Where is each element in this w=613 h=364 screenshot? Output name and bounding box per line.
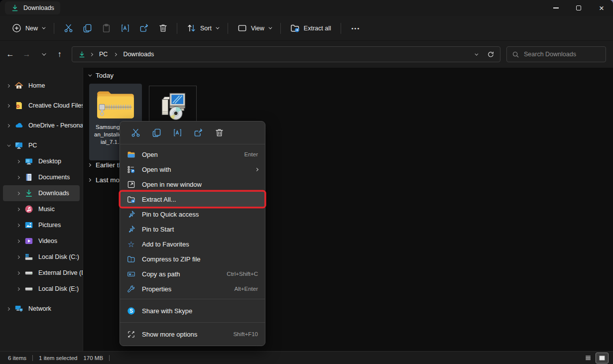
- menu-item-label: Open in new window: [142, 181, 202, 188]
- copy-button[interactable]: [78, 20, 97, 37]
- file-explorer-window: Downloads × New Sort View: [0, 0, 613, 364]
- extract-all-button[interactable]: Extract all: [285, 20, 336, 36]
- menu-item-label: Pin to Quick access: [142, 211, 199, 218]
- menu-item-open-with[interactable]: Open with: [121, 162, 264, 177]
- chevron-right-icon[interactable]: [16, 271, 20, 274]
- breadcrumb-downloads[interactable]: Downloads: [121, 49, 156, 59]
- submenu-chevron-icon: [255, 167, 258, 171]
- sidebar-item-pc[interactable]: PC: [3, 137, 80, 153]
- rename-button[interactable]: [168, 124, 187, 141]
- up-button[interactable]: ↑: [51, 46, 68, 62]
- sidebar-item-local-disk-e[interactable]: Local Disk (E:): [3, 281, 80, 297]
- close-button[interactable]: ×: [590, 0, 613, 16]
- disk-c-icon: [24, 252, 33, 261]
- sidebar-item-home[interactable]: Home: [3, 78, 80, 94]
- chevron-right-icon[interactable]: [88, 178, 91, 182]
- cut-button[interactable]: [59, 20, 78, 37]
- sidebar-item-downloads[interactable]: Downloads: [3, 185, 80, 201]
- selection-size: 170 MB: [83, 355, 103, 361]
- chevron-right-icon[interactable]: [16, 159, 20, 163]
- breadcrumb-pc[interactable]: PC: [97, 49, 110, 59]
- address-row: ← → ↑ PC Downloads: [0, 41, 613, 68]
- recent-locations-button[interactable]: [35, 46, 51, 62]
- group-header-last[interactable]: Last mor: [88, 176, 122, 184]
- chevron-right-icon[interactable]: [16, 239, 20, 243]
- toolbar-separator: [54, 23, 54, 34]
- cut-button[interactable]: [126, 124, 145, 141]
- sidebar-item-local-disk-c[interactable]: Local Disk (C:): [3, 249, 80, 265]
- search-input[interactable]: [524, 51, 601, 58]
- menu-item-label: Add to Favorites: [142, 241, 189, 248]
- chevron-right-icon[interactable]: [16, 255, 20, 258]
- large-icons-view-button[interactable]: [596, 353, 608, 363]
- chevron-right-icon[interactable]: [88, 163, 91, 167]
- group-header-earlier[interactable]: Earlier th: [88, 161, 123, 169]
- details-view-button[interactable]: [582, 353, 594, 363]
- rename-icon: [173, 128, 182, 137]
- minimize-button[interactable]: [544, 0, 567, 16]
- copy-button[interactable]: [147, 124, 166, 141]
- group-header-today[interactable]: Today: [88, 72, 114, 79]
- toolbar-separator: [341, 23, 341, 34]
- menu-item-add-to-favorites[interactable]: ☆ Add to Favorites: [121, 237, 264, 251]
- sidebar-item-label: Videos: [38, 238, 57, 244]
- menu-item-extract-all[interactable]: Extract All...: [121, 192, 264, 207]
- menu-item-pin-to-start[interactable]: Pin to Start: [121, 222, 264, 237]
- menu-item-show-more-options[interactable]: Show more options Shift+F10: [121, 325, 264, 343]
- documents-icon: [24, 173, 33, 182]
- menu-item-open[interactable]: Open Enter: [121, 147, 264, 162]
- sidebar-item-external-drive-d[interactable]: External Drive (D:): [3, 265, 80, 281]
- menu-item-copy-as-path[interactable]: Copy as path Ctrl+Shift+C: [121, 266, 264, 281]
- address-dropdown-button[interactable]: [468, 47, 483, 61]
- sidebar-item-documents[interactable]: Documents: [3, 169, 80, 185]
- chevron-right-icon[interactable]: [16, 191, 20, 195]
- chevron-right-icon[interactable]: [6, 307, 10, 310]
- menu-item-pin-to-quick-access[interactable]: Pin to Quick access: [121, 207, 264, 222]
- back-button[interactable]: ←: [2, 46, 18, 62]
- sidebar-item-desktop[interactable]: Desktop: [3, 153, 80, 169]
- maximize-button[interactable]: [567, 0, 590, 16]
- menu-item-label: Compress to ZIP file: [142, 255, 201, 263]
- menu-item-compress-to-zip[interactable]: Compress to ZIP file: [121, 251, 264, 266]
- window-tab[interactable]: Downloads: [5, 1, 60, 14]
- view-button[interactable]: View: [233, 20, 276, 36]
- sidebar-item-onedrive[interactable]: OneDrive - Personal: [3, 118, 80, 133]
- chevron-right-icon[interactable]: [6, 104, 10, 107]
- delete-button[interactable]: [153, 20, 172, 37]
- more-options-button[interactable]: •••: [346, 25, 367, 31]
- refresh-button[interactable]: [483, 47, 498, 61]
- paste-button: [97, 20, 116, 37]
- address-bar[interactable]: PC Downloads: [72, 46, 500, 62]
- chevron-right-icon[interactable]: [16, 207, 20, 211]
- sidebar-item-music[interactable]: Music: [3, 201, 80, 217]
- chevron-right-icon[interactable]: [16, 223, 20, 227]
- sidebar-item-network[interactable]: Network: [3, 301, 80, 317]
- sidebar-item-creative-cloud-files[interactable]: Creative Cloud Files: [3, 98, 80, 114]
- copy-icon: [152, 128, 161, 137]
- menu-item-share-with-skype[interactable]: Share with Skype: [121, 302, 264, 320]
- menu-item-properties[interactable]: Properties Alt+Enter: [121, 281, 264, 296]
- menu-item-open-in-new-window[interactable]: Open in new window: [121, 177, 264, 192]
- chevron-right-icon[interactable]: [16, 175, 20, 179]
- chevron-right-icon[interactable]: [16, 287, 20, 290]
- menu-item-label: Show more options: [142, 331, 197, 338]
- chevron-down-icon: [216, 26, 219, 29]
- menu-item-label: Open: [142, 151, 158, 158]
- chevron-down-icon[interactable]: [7, 143, 10, 146]
- chevron-right-icon[interactable]: [6, 123, 10, 127]
- sidebar-item-pictures[interactable]: Pictures: [3, 217, 80, 233]
- new-button[interactable]: New: [7, 20, 49, 36]
- rename-button[interactable]: [116, 20, 134, 37]
- delete-button[interactable]: [210, 124, 229, 141]
- sidebar-item-videos[interactable]: Videos: [3, 233, 80, 249]
- search-box[interactable]: [506, 46, 606, 62]
- sort-button[interactable]: Sort: [182, 20, 223, 36]
- share-button[interactable]: [189, 124, 208, 141]
- chevron-down-icon[interactable]: [88, 73, 92, 77]
- window-controls: ×: [544, 0, 613, 16]
- chevron-right-icon[interactable]: [6, 84, 10, 87]
- share-button[interactable]: [134, 20, 153, 37]
- zip-compress-icon: [127, 255, 135, 263]
- sidebar-item-label: Local Disk (C:): [38, 253, 79, 260]
- folder-open-icon: [127, 150, 135, 159]
